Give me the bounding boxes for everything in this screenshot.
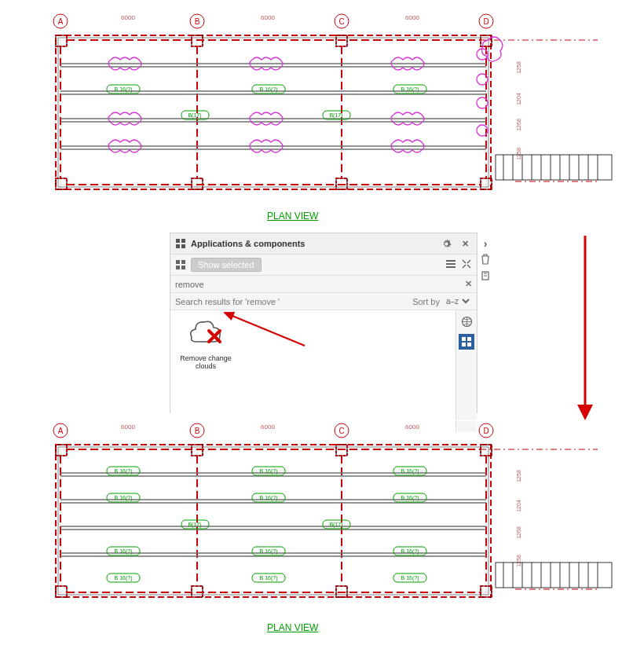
trash-icon[interactable] <box>480 253 491 266</box>
svg-rect-137 <box>56 445 67 456</box>
svg-text:1258: 1258 <box>516 470 521 482</box>
plan-drawing-bottom: A B C D 2 1 600060006000 6000 1258 1204 … <box>32 421 629 621</box>
svg-rect-92 <box>176 266 180 269</box>
results-label: Search results for 'remove ' <box>175 297 280 306</box>
grid-icon[interactable] <box>175 259 186 270</box>
show-selected-button[interactable]: Show selected <box>191 258 262 272</box>
sort-by-label: Sort by <box>412 297 440 306</box>
svg-rect-99 <box>467 337 471 341</box>
chevron-right-icon[interactable]: › <box>484 237 488 250</box>
svg-text:1268: 1268 <box>516 526 521 539</box>
svg-rect-91 <box>181 260 185 264</box>
svg-text:D: D <box>483 427 488 435</box>
svg-text:B 16(?): B 16(?) <box>260 495 278 501</box>
svg-text:B: B <box>195 17 200 26</box>
list-icon[interactable] <box>445 259 456 270</box>
svg-rect-93 <box>181 266 185 269</box>
svg-text:1258: 1258 <box>516 555 521 567</box>
svg-text:B 16(?): B 16(?) <box>401 575 419 581</box>
svg-text:B 16(?): B 16(?) <box>260 548 278 555</box>
svg-text:6000: 6000 <box>405 14 419 21</box>
svg-rect-146 <box>56 586 67 597</box>
svg-text:B(17): B(17) <box>188 522 201 528</box>
building-icon[interactable] <box>480 269 491 283</box>
svg-rect-90 <box>176 260 180 264</box>
svg-text:B 16(?): B 16(?) <box>401 468 419 475</box>
svg-rect-31 <box>56 35 67 46</box>
svg-text:B 16(?): B 16(?) <box>260 575 278 581</box>
collapse-icon[interactable] <box>461 258 472 271</box>
svg-line-105 <box>225 313 305 346</box>
svg-text:B 16(?): B 16(?) <box>115 86 133 93</box>
svg-text:B 16(?): B 16(?) <box>260 86 278 93</box>
svg-text:1258: 1258 <box>516 61 521 74</box>
svg-rect-98 <box>462 337 466 341</box>
svg-text:C: C <box>338 427 344 435</box>
svg-text:1204: 1204 <box>516 500 521 512</box>
svg-text:1258: 1258 <box>516 148 521 160</box>
svg-rect-145 <box>56 586 67 597</box>
svg-text:B 16(?): B 16(?) <box>115 468 133 475</box>
search-term: remove <box>175 280 204 289</box>
svg-text:A: A <box>58 17 64 26</box>
svg-text:B: B <box>195 427 200 435</box>
panel-header[interactable]: Applications & components ✕ <box>170 233 477 255</box>
svg-text:B 16(?): B 16(?) <box>401 548 419 555</box>
svg-text:B(17): B(17) <box>329 522 342 528</box>
plan-view-label-bottom: PLAN VIEW <box>267 622 318 633</box>
svg-rect-39 <box>56 178 67 189</box>
annotation-arrow-small <box>218 306 313 354</box>
svg-text:D: D <box>483 17 488 26</box>
svg-text:6000: 6000 <box>261 14 275 21</box>
applications-panel: Applications & components ✕ Show selecte… <box>170 233 478 413</box>
annotation-arrow-big <box>573 236 597 424</box>
svg-text:B(17): B(17) <box>329 112 342 119</box>
svg-text:6000: 6000 <box>405 423 419 431</box>
svg-text:C: C <box>338 17 344 26</box>
gear-icon[interactable] <box>439 236 453 251</box>
svg-text:6000: 6000 <box>121 423 135 431</box>
svg-rect-86 <box>176 239 180 243</box>
panel-title: Applications & components <box>191 239 434 248</box>
svg-text:B 16(?): B 16(?) <box>260 468 278 475</box>
svg-text:1204: 1204 <box>516 93 521 105</box>
svg-rect-38 <box>56 178 67 189</box>
svg-rect-87 <box>181 239 185 243</box>
svg-text:6000: 6000 <box>261 423 275 431</box>
clear-search-icon[interactable]: ✕ <box>465 279 472 289</box>
search-row[interactable]: remove ✕ <box>170 276 477 293</box>
svg-rect-89 <box>181 244 185 248</box>
results-header: Search results for 'remove ' Sort by a–z <box>170 293 477 310</box>
plan-view-top: A B C D 2 1 600060006000 6000 1258 1204 … <box>31 8 630 214</box>
svg-text:A: A <box>58 427 64 435</box>
result-label: Remove change clouds <box>180 354 232 370</box>
plan-view-bottom: A B C D 2 1 600060006000 6000 1258 1204 … <box>31 420 630 622</box>
apps-icon <box>175 238 186 249</box>
svg-rect-30 <box>56 35 67 46</box>
svg-rect-101 <box>467 343 471 346</box>
sort-select[interactable]: a–z <box>443 296 472 306</box>
panel-toolbar: Show selected <box>170 255 477 276</box>
svg-text:B(17): B(17) <box>188 112 201 119</box>
svg-text:B 16(?): B 16(?) <box>115 575 133 581</box>
svg-rect-138 <box>56 445 67 456</box>
panel-chevrons: › <box>478 237 492 283</box>
svg-text:1268: 1268 <box>516 119 521 131</box>
results-content: Remove change clouds <box>170 310 477 432</box>
svg-rect-88 <box>176 244 180 248</box>
close-icon[interactable]: ✕ <box>458 236 472 251</box>
svg-text:B 16(?): B 16(?) <box>115 495 133 501</box>
svg-text:B 16(?): B 16(?) <box>115 548 133 555</box>
globe-icon[interactable] <box>459 313 474 329</box>
catalog-view-icon[interactable] <box>459 334 474 350</box>
svg-text:6000: 6000 <box>121 14 135 21</box>
plan-drawing-top: A B C D 2 1 600060006000 6000 1258 1204 … <box>32 9 629 213</box>
svg-rect-100 <box>462 343 466 346</box>
plan-view-label-top: PLAN VIEW <box>267 211 318 222</box>
svg-text:B 16(?): B 16(?) <box>401 495 419 501</box>
panel-side-icons <box>456 310 477 432</box>
svg-text:B 16(?): B 16(?) <box>401 86 419 93</box>
